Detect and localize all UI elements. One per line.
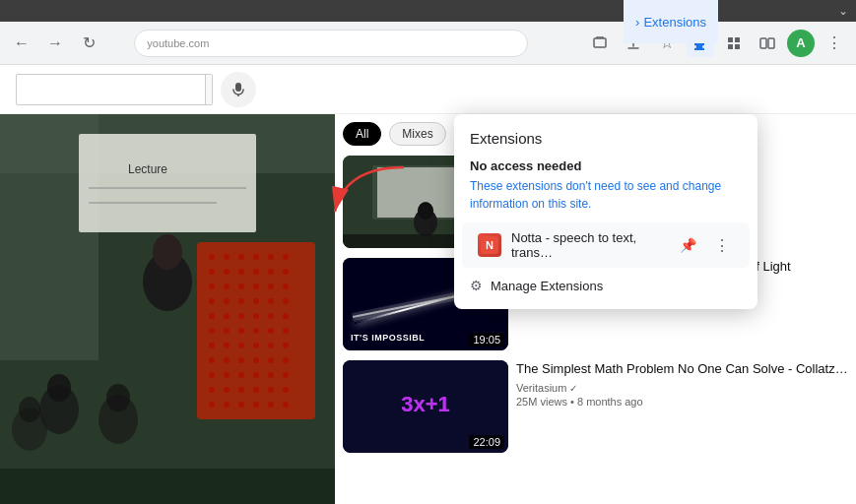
user-avatar[interactable]: A (787, 30, 815, 57)
video-frame: Lecture (0, 114, 335, 504)
video-title: The Simplest Math Problem No One Can Sol… (516, 360, 848, 378)
extensions-popup-title: Extensions (454, 130, 757, 158)
url-text: youtube.com (147, 37, 515, 49)
svg-point-69 (224, 357, 230, 363)
ext-no-access-label: No access needed (454, 158, 757, 177)
screenshot-icon[interactable] (586, 30, 614, 57)
svg-point-47 (253, 298, 259, 304)
svg-point-22 (106, 384, 130, 411)
svg-point-20 (47, 374, 71, 402)
svg-point-63 (224, 343, 230, 348)
svg-point-67 (283, 343, 289, 348)
svg-point-42 (268, 284, 274, 289)
svg-point-57 (224, 328, 230, 334)
address-bar[interactable]: youtube.com (134, 30, 528, 57)
svg-point-80 (209, 387, 215, 393)
tab-search-icon[interactable] (720, 30, 748, 57)
extensions-popup: Extensions No access needed These extens… (454, 114, 757, 309)
video-player-panel[interactable]: Lecture (0, 114, 335, 504)
svg-point-90 (268, 402, 274, 408)
svg-rect-2 (735, 37, 740, 42)
svg-point-58 (238, 328, 244, 334)
ext-pin-button[interactable]: 📌 (676, 233, 700, 257)
more-menu-button[interactable]: ⋮ (821, 30, 848, 57)
yt-search-bar (0, 65, 856, 114)
svg-point-48 (268, 298, 274, 304)
svg-rect-5 (760, 38, 766, 48)
ext-name-label: Notta - speech to text, trans… (511, 230, 666, 260)
svg-point-34 (238, 284, 244, 289)
svg-point-84 (268, 387, 274, 393)
mic-button[interactable] (221, 72, 256, 107)
svg-text:Lecture: Lecture (128, 162, 167, 176)
svg-point-88 (238, 402, 244, 408)
filter-chip-all[interactable]: All (343, 122, 381, 146)
svg-point-72 (268, 357, 274, 363)
video-thumbnail: 3x+13x+1 22:09 (343, 360, 508, 453)
svg-point-31 (238, 269, 244, 275)
svg-point-62 (209, 343, 215, 348)
search-input[interactable] (17, 82, 205, 97)
duration-badge: 19:05 (469, 333, 504, 346)
duration-badge: 22:09 (469, 435, 504, 449)
verified-badge: ✓ (569, 383, 577, 394)
svg-point-49 (283, 298, 289, 304)
svg-point-73 (283, 357, 289, 363)
back-button[interactable]: ← (8, 30, 35, 57)
manage-ext-label: Manage Extensions (491, 279, 603, 293)
svg-point-24 (19, 397, 40, 422)
svg-point-75 (224, 372, 230, 378)
manage-extensions-button[interactable]: ⚙ Manage Extensions (454, 268, 757, 293)
svg-rect-4 (735, 44, 740, 49)
svg-point-53 (253, 313, 259, 319)
svg-point-51 (224, 313, 230, 319)
svg-point-87 (224, 402, 230, 408)
browser-toolbar: ← → ↻ youtube.com ☆ A ⋮ › Extensions (0, 22, 856, 65)
svg-point-81 (224, 387, 230, 393)
svg-point-36 (268, 254, 274, 260)
svg-point-66 (268, 343, 274, 348)
split-view-icon[interactable] (754, 30, 781, 57)
reload-button[interactable]: ↻ (75, 30, 102, 57)
notta-icon: N (478, 233, 501, 257)
gear-icon: ⚙ (470, 278, 483, 293)
filter-chip-mixes[interactable]: Mixes (389, 122, 445, 146)
svg-point-27 (224, 254, 230, 260)
video-info: The Simplest Math Problem No One Can Sol… (516, 360, 848, 453)
browser-top-bar: ⌄ (0, 0, 856, 22)
svg-point-50 (209, 313, 215, 319)
svg-point-55 (283, 313, 289, 319)
svg-rect-0 (594, 38, 606, 47)
svg-point-97 (418, 202, 433, 220)
svg-point-26 (209, 254, 215, 260)
video-channel-name: Veritasium ✓ (516, 382, 848, 394)
svg-point-30 (224, 269, 230, 275)
svg-rect-3 (728, 44, 733, 49)
svg-point-85 (283, 387, 289, 393)
svg-point-74 (209, 372, 215, 378)
main-content: Lecture (0, 114, 856, 504)
window-chevron-icon: ⌄ (838, 4, 848, 18)
svg-point-37 (283, 254, 289, 260)
svg-point-46 (238, 298, 244, 304)
svg-point-89 (253, 402, 259, 408)
ext-more-button[interactable]: ⋮ (710, 232, 734, 259)
svg-point-60 (268, 328, 274, 334)
breadcrumb-text: Extensions (643, 15, 706, 30)
svg-rect-92 (0, 469, 335, 504)
thumb-label: IT'S IMPOSSIBL (351, 333, 425, 343)
svg-point-18 (153, 234, 182, 270)
forward-button[interactable]: → (41, 30, 69, 57)
extensions-breadcrumb: › Extensions (624, 0, 718, 43)
svg-point-35 (253, 254, 259, 260)
svg-point-52 (238, 313, 244, 319)
svg-point-79 (283, 372, 289, 378)
search-button[interactable] (205, 75, 213, 104)
svg-point-71 (253, 357, 259, 363)
svg-point-65 (253, 343, 259, 348)
svg-point-68 (209, 357, 215, 363)
video-item[interactable]: 3x+13x+1 22:09 The Simplest Math Problem… (343, 360, 848, 453)
svg-point-29 (209, 269, 215, 275)
svg-point-32 (209, 284, 215, 289)
svg-point-43 (283, 284, 289, 289)
